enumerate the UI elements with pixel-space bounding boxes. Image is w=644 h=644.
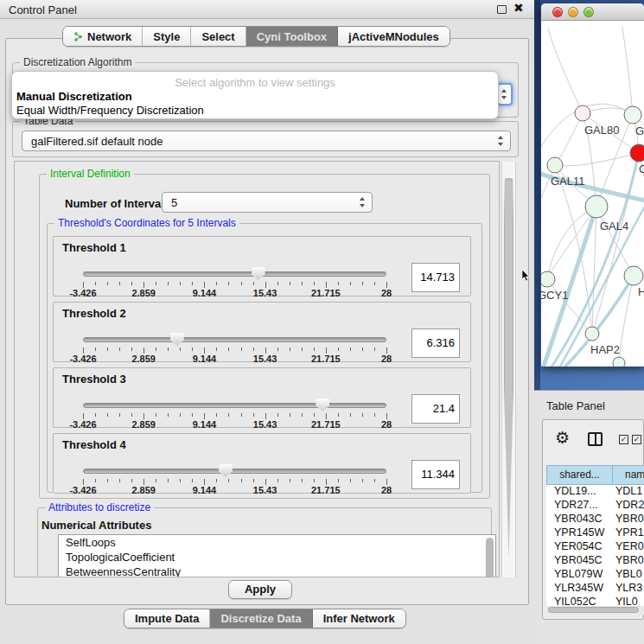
tab-select[interactable]: Select (191, 27, 245, 46)
close-traffic-light[interactable] (552, 7, 563, 17)
apply-button[interactable]: Apply (228, 580, 292, 599)
threshold-slider-thumb[interactable] (219, 464, 233, 477)
tab-network[interactable]: Network (63, 27, 143, 46)
gear-icon[interactable]: ⚙ (555, 428, 570, 448)
network-node-c[interactable] (630, 144, 644, 162)
threshold-slider-track[interactable] (83, 271, 386, 277)
threshold-slider-track[interactable] (83, 469, 386, 474)
cell-name: YDL1 (613, 485, 644, 499)
table-row[interactable]: YPR145WYPR1 (546, 526, 644, 540)
dropdown-item-equal-width-frequency[interactable]: Equal Width/Frequency Discretization (16, 104, 204, 117)
network-node-h[interactable] (624, 266, 643, 285)
settings-scrollbar-thumb[interactable] (504, 178, 513, 558)
network-node-gal80[interactable] (575, 105, 590, 121)
threshold-panel-1: Threshold 1-3.4262.8599.14415.4321.71528… (53, 236, 471, 296)
desktop-edge-shadow (534, 0, 540, 390)
threshold-slider-track[interactable] (83, 337, 386, 342)
slider-tick (119, 348, 120, 351)
column-header-shared-name[interactable]: shared... (546, 465, 613, 485)
threshold-slider-track[interactable] (83, 403, 386, 408)
cell-name: YDR2 (613, 499, 644, 513)
table-row[interactable]: YBR043CYBR0 (546, 513, 644, 526)
checkbox-icon[interactable]: ✓ (632, 435, 641, 444)
tab-infer-network[interactable]: Infer Network (313, 609, 405, 628)
column-header-name[interactable]: name (613, 465, 644, 485)
table-row[interactable]: YBL079WYBL0 (546, 568, 644, 582)
table-data-combobox[interactable]: galFiltered.sif default node (22, 131, 511, 151)
slider-tick (107, 348, 108, 351)
threshold-slider-thumb[interactable] (316, 399, 329, 411)
table-row[interactable]: YDL19...YDL1 (546, 485, 644, 499)
attributes-listbox[interactable]: SelfLoopsTopologicalCoefficientBetweenne… (58, 534, 496, 577)
zoom-traffic-light[interactable] (583, 7, 594, 17)
tick-label: 15.43 (253, 354, 277, 364)
network-edge[interactable] (555, 113, 583, 165)
attribute-item-betweennesscentrality[interactable]: BetweennessCentrality (59, 564, 495, 577)
threshold-slider-thumb[interactable] (252, 267, 265, 280)
tab-discretize-data[interactable]: Discretize Data (210, 609, 312, 628)
table-row[interactable]: YBR045CYBR0 (546, 554, 644, 568)
attribute-item-topologicalcoefficient[interactable]: TopologicalCoefficient (59, 550, 495, 564)
attribute-item-selfloops[interactable]: SelfLoops (59, 535, 495, 550)
cell-shared-name: YBR045C (546, 554, 613, 568)
cell-name: YER0 (613, 540, 644, 554)
tick-label: 9.144 (193, 485, 217, 495)
network-edge[interactable] (622, 27, 633, 115)
network-edge[interactable] (555, 165, 592, 334)
slider-tick (119, 282, 120, 285)
table-row[interactable]: YER054CYER0 (546, 540, 644, 554)
network-node-gal4[interactable] (585, 195, 608, 218)
table-row[interactable]: YLR345WYLR3 (546, 582, 644, 596)
num-intervals-label: Number of Intervals (65, 197, 170, 210)
network-node-hap2[interactable] (585, 327, 599, 341)
network-node-gcy1[interactable] (541, 271, 555, 287)
num-intervals-combobox[interactable]: 5 (162, 192, 373, 213)
slider-tick (204, 282, 205, 288)
checkbox-icon[interactable]: ✓ (619, 435, 628, 444)
slider-tick (241, 282, 242, 285)
tick-label: 28 (381, 354, 392, 364)
slider-tick (386, 413, 387, 419)
slider-tick (83, 348, 84, 354)
settings-scrollbar[interactable] (501, 162, 516, 577)
table-hscrollbar[interactable] (546, 606, 644, 615)
network-edge[interactable] (555, 153, 639, 166)
minimize-traffic-light[interactable] (568, 7, 578, 17)
tab-jactivemnodules[interactable]: jActiveMNodules (338, 27, 450, 46)
slider-tick (143, 413, 144, 419)
network-node-gal11[interactable] (547, 157, 563, 173)
slider-tick (119, 413, 120, 417)
network-edge[interactable] (548, 29, 583, 113)
dropdown-item-manual-discretization[interactable]: Manual Discretization (16, 90, 132, 103)
network-window-titlebar[interactable] (541, 3, 644, 21)
threshold-value-input[interactable]: 14.713 (411, 263, 460, 292)
table-row[interactable]: YDR27...YDR2 (546, 499, 644, 513)
split-columns-icon[interactable] (588, 432, 603, 446)
network-canvas[interactable]: GAL80GACGAL11GAL4GCY1HHAP2 (541, 22, 644, 367)
tab-label: jActiveMNodules (348, 30, 439, 43)
group-title: Threshold's Coordinates for 5 Intervals (54, 217, 239, 229)
float-window-icon[interactable] (497, 5, 507, 14)
threshold-value-input[interactable]: 11.344 (411, 460, 460, 489)
slider-tick (350, 413, 351, 417)
algorithm-combobox[interactable] (497, 83, 513, 105)
network-edge[interactable] (592, 207, 596, 334)
threshold-slider-thumb[interactable] (170, 333, 184, 346)
list-scrollbar-thumb[interactable] (486, 538, 494, 577)
node-label: HAP2 (590, 343, 620, 356)
network-edge[interactable] (596, 207, 634, 276)
node-label: GAL80 (584, 124, 619, 137)
tab-style[interactable]: Style (143, 27, 191, 46)
close-icon[interactable]: ✖ (513, 3, 524, 13)
table-hscrollbar-thumb[interactable] (548, 607, 639, 613)
threshold-value-input[interactable]: 6.316 (411, 328, 460, 358)
slider-tick (386, 479, 387, 485)
threshold-value-input[interactable]: 21.4 (411, 394, 460, 424)
network-node-8[interactable] (613, 357, 625, 367)
tab-cyni-toolbox[interactable]: Cyni Toolbox (246, 27, 338, 46)
tab-impute-data[interactable]: Impute Data (124, 609, 210, 628)
network-node-ga[interactable] (624, 106, 641, 124)
slider-tick (192, 479, 193, 482)
slider-tick (265, 282, 266, 288)
tick-label: 28 (381, 485, 392, 495)
